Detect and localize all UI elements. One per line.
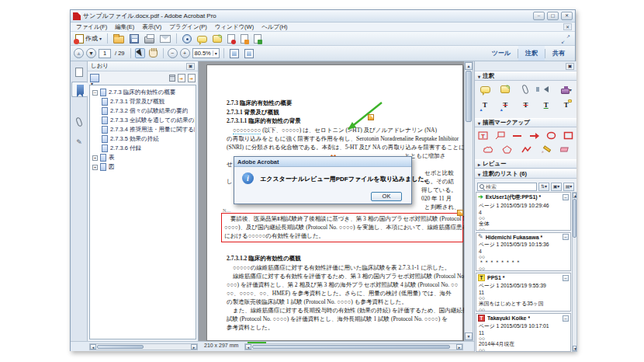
scrollbar-thumb[interactable]: [573, 199, 576, 238]
dialog-title-bar[interactable]: Adobe Acrobat: [234, 157, 411, 167]
comment-options-button[interactable]: ▤: [563, 183, 574, 191]
toolbar-close-icon[interactable]: [563, 23, 572, 30]
underline-tool[interactable]: T: [539, 99, 552, 111]
comment-card[interactable]: Hidemichi Fukasawa * ページ 1 2015/05/19 10…: [476, 232, 571, 271]
bookmarks-horizontal-scrollbar[interactable]: ◂ ▸: [89, 343, 198, 350]
menu-help[interactable]: ヘルプ(H): [258, 23, 291, 31]
scroll-left-icon[interactable]: ◂: [90, 344, 96, 350]
insert-text-tool[interactable]: T▴: [479, 99, 492, 111]
comment-button[interactable]: [196, 34, 209, 44]
scrollbar-thumb[interactable]: [466, 71, 472, 122]
bookmark-item[interactable]: 2.7.3.1 背景及び概観: [91, 97, 195, 106]
select-tool-button[interactable]: [135, 48, 145, 58]
print-button[interactable]: [143, 33, 156, 44]
comment-card[interactable]: T Takayuki Koike * ページ 1 2015/05/19 10:1…: [476, 313, 571, 352]
bookmark-item[interactable]: 図: [91, 162, 195, 172]
attachments-button[interactable]: [71, 114, 87, 130]
arrow-tool[interactable]: [528, 130, 541, 141]
toolbar-expand-button[interactable]: ↗↙: [559, 33, 572, 44]
zoom-level-select[interactable]: 80.5% ▾: [192, 48, 220, 58]
page-number-input[interactable]: 1: [99, 49, 111, 58]
new-bookmark-button[interactable]: [90, 74, 99, 82]
maximize-button[interactable]: [547, 12, 559, 20]
search-input[interactable]: [486, 184, 535, 190]
signatures-button[interactable]: [71, 134, 87, 150]
panel-menu-icon[interactable]: [566, 63, 574, 70]
import-comments-button[interactable]: [226, 33, 237, 44]
polyline-tool[interactable]: [520, 144, 533, 155]
scrollbar-thumb[interactable]: [252, 345, 450, 349]
strikethrough-tool[interactable]: T: [519, 99, 532, 111]
filter-comments-button[interactable]: ▣: [551, 183, 562, 191]
hand-tool-button[interactable]: [147, 48, 159, 58]
polygon-tool[interactable]: [500, 144, 514, 155]
cloud-tool[interactable]: [481, 144, 494, 155]
bookmark-set-icon[interactable]: [188, 74, 196, 82]
record-audio-tool[interactable]: [539, 84, 552, 96]
bookmark-item[interactable]: 2.7.3.2 個々の試験結果の要約: [91, 106, 195, 116]
sort-comments-button[interactable]: ⇅: [538, 183, 549, 191]
sticky-note-tool[interactable]: [479, 84, 492, 96]
stamp-tool[interactable]: [559, 84, 573, 96]
export-comments-button[interactable]: [239, 33, 250, 44]
annotations-section-header[interactable]: 注釈: [475, 71, 576, 81]
scrollbar-thumb[interactable]: [97, 345, 144, 349]
document-vertical-scrollbar[interactable]: ▲ ▼: [464, 61, 473, 341]
attach-file-tool[interactable]: [519, 84, 532, 96]
scroll-up-icon[interactable]: ▲: [573, 193, 576, 198]
expand-toggle-icon[interactable]: [92, 165, 98, 170]
zoom-in-button[interactable]: +: [180, 48, 190, 58]
title-bar[interactable]: サンプルファイル.docx.pdf - Adobe Acrobat Pro: [71, 10, 575, 23]
scroll-down-icon[interactable]: ▼: [465, 332, 473, 340]
sticky-note-annotation-icon[interactable]: [368, 114, 374, 120]
menu-plugins[interactable]: プラグイン(P): [165, 23, 210, 31]
fullscreen-mode-button[interactable]: [243, 48, 255, 59]
tab-comments[interactable]: 注釈: [518, 46, 545, 61]
arrow-annotation[interactable]: [343, 98, 390, 135]
collapse-comment-icon[interactable]: [563, 194, 569, 200]
save-button[interactable]: [128, 33, 140, 44]
document-horizontal-scrollbar[interactable]: ◂ ▸: [244, 343, 463, 350]
text-box-tool[interactable]: T: [476, 130, 490, 141]
search-box[interactable]: [477, 183, 537, 191]
delete-bookmark-icon[interactable]: [169, 75, 175, 82]
create-pdf-button[interactable]: 作成: [74, 33, 103, 44]
menu-view[interactable]: 表示(V): [138, 23, 165, 31]
annotate-button[interactable]: [211, 34, 223, 44]
scrolling-mode-button[interactable]: [228, 48, 241, 59]
adobe-acrobat-dialog[interactable]: Adobe Acrobat i エクスターナルレビュー用PDFファイルを取り込み…: [234, 156, 412, 204]
scroll-up-icon[interactable]: ▲: [465, 62, 473, 70]
add-note-to-text-tool[interactable]: T: [559, 99, 573, 111]
collapse-toggle-icon[interactable]: [92, 90, 98, 96]
scroll-down-icon[interactable]: ▼: [573, 346, 576, 351]
review-tracker-button[interactable]: [181, 33, 193, 44]
bookmark-item[interactable]: 表: [91, 153, 195, 162]
comments-list-section-header[interactable]: 注釈のリスト (6): [475, 169, 576, 179]
highlight-text-tool[interactable]: [499, 84, 512, 96]
rectangle-tool[interactable]: [562, 130, 575, 141]
scroll-left-icon[interactable]: ◂: [245, 344, 251, 350]
bookmark-item[interactable]: 2.7.3.5 効果の持続: [91, 134, 195, 144]
collapse-comment-icon[interactable]: [563, 234, 569, 240]
zoom-out-button[interactable]: −: [168, 48, 178, 58]
eraser-tool[interactable]: [559, 144, 572, 155]
bookmark-item[interactable]: 2.7.3.3 全試験を通しての結果の比: [91, 116, 195, 125]
collapse-comment-icon[interactable]: [563, 315, 569, 322]
bookmark-item[interactable]: 2.7.3.4 推奨用法・用量に関する臨: [91, 125, 195, 134]
comment-card[interactable]: T PPS1 * ページ 1 2015/05/19 9:55:39 11 ○○ …: [476, 273, 571, 312]
next-page-button[interactable]: ▼: [86, 48, 96, 58]
comments-scrollbar[interactable]: ▲ ▼: [572, 192, 577, 352]
close-button[interactable]: [561, 12, 573, 20]
oval-tool[interactable]: [545, 130, 558, 141]
bookmark-item[interactable]: 2.7.3 臨床的有効性の概要: [91, 88, 195, 97]
menu-file[interactable]: ファイル(F): [72, 23, 111, 31]
tab-tools[interactable]: ツール: [485, 46, 518, 61]
line-tool[interactable]: [511, 130, 524, 141]
collapse-comment-icon[interactable]: [563, 275, 569, 281]
menu-edit[interactable]: 編集(E): [111, 23, 138, 31]
review-section-header[interactable]: レビュー: [475, 159, 576, 169]
comment-card[interactable]: ExUser1(代理:PPS1) * ページ 1 2015/05/19 10:2…: [476, 192, 571, 231]
replace-text-tool[interactable]: T▴: [499, 99, 512, 111]
send-for-review-button[interactable]: [252, 33, 263, 44]
drawing-markups-section-header[interactable]: 描画マークアップ: [475, 118, 576, 127]
